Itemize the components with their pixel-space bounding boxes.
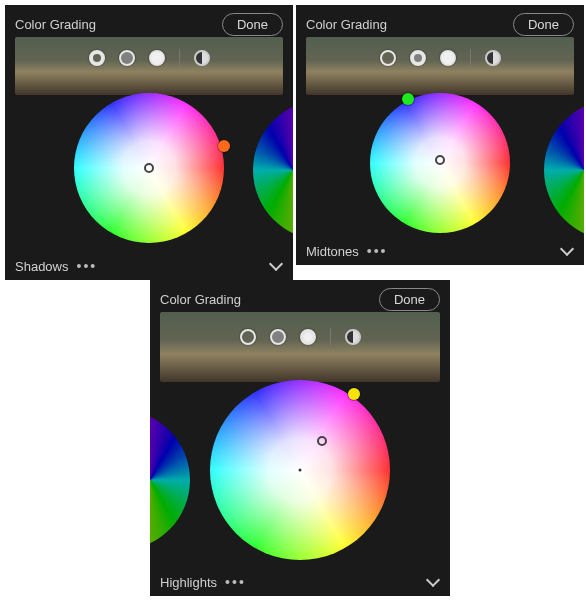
tone-midtones-icon[interactable]: [119, 50, 135, 66]
tone-midtones-icon[interactable]: [410, 50, 426, 66]
tone-global-icon[interactable]: [345, 329, 361, 345]
more-icon[interactable]: •••: [225, 574, 246, 590]
tone-shadows-icon[interactable]: [380, 50, 396, 66]
panel-footer: Midtones •••: [296, 243, 584, 259]
done-button[interactable]: Done: [222, 13, 283, 36]
panel-footer: Highlights •••: [150, 574, 450, 590]
tone-separator: [179, 49, 180, 67]
panel-highlights: Color Grading Done Highlights •••: [150, 280, 450, 596]
hue-handle[interactable]: [218, 140, 230, 152]
tone-selector-row: [150, 328, 450, 346]
panel-header: Color Grading Done: [5, 5, 293, 40]
adjacent-wheel-preview: [253, 100, 293, 240]
tone-global-icon[interactable]: [194, 50, 210, 66]
tone-label: Shadows: [15, 259, 68, 274]
color-wheel[interactable]: [74, 93, 224, 243]
tone-highlights-icon[interactable]: [149, 50, 165, 66]
tone-label: Highlights: [160, 575, 217, 590]
hue-handle[interactable]: [402, 93, 414, 105]
tone-separator: [470, 49, 471, 67]
tone-shadows-icon[interactable]: [240, 329, 256, 345]
sat-lum-handle[interactable]: [144, 163, 154, 173]
more-icon[interactable]: •••: [367, 243, 388, 259]
center-dot: [299, 469, 302, 472]
preview-thumbnail: [160, 312, 440, 382]
tone-midtones-icon[interactable]: [270, 329, 286, 345]
panel-header: Color Grading Done: [296, 5, 584, 40]
panel-title: Color Grading: [15, 17, 96, 32]
chevron-down-icon[interactable]: [560, 244, 574, 258]
sat-lum-handle[interactable]: [435, 155, 445, 165]
adjacent-wheel-preview: [150, 410, 190, 550]
sat-lum-handle[interactable]: [317, 436, 327, 446]
tone-selector-row: [5, 49, 293, 67]
hue-handle[interactable]: [348, 388, 360, 400]
tone-highlights-icon[interactable]: [300, 329, 316, 345]
panel-title: Color Grading: [160, 292, 241, 307]
done-button[interactable]: Done: [379, 288, 440, 311]
color-wheel[interactable]: [370, 93, 510, 233]
more-icon[interactable]: •••: [76, 258, 97, 274]
tone-separator: [330, 328, 331, 346]
tone-global-icon[interactable]: [485, 50, 501, 66]
color-wheel-container: [210, 380, 390, 560]
panel-footer: Shadows •••: [5, 258, 293, 274]
tone-label: Midtones: [306, 244, 359, 259]
chevron-down-icon[interactable]: [426, 575, 440, 589]
color-wheel[interactable]: [210, 380, 390, 560]
tone-highlights-icon[interactable]: [440, 50, 456, 66]
panel-header: Color Grading Done: [150, 280, 450, 315]
panel-midtones: Color Grading Done Midtones •••: [296, 5, 584, 265]
panel-title: Color Grading: [306, 17, 387, 32]
adjacent-wheel-preview: [544, 100, 584, 240]
done-button[interactable]: Done: [513, 13, 574, 36]
panel-shadows: Color Grading Done Shadows •••: [5, 5, 293, 280]
tone-shadows-icon[interactable]: [89, 50, 105, 66]
color-wheel-container: [370, 93, 510, 233]
chevron-down-icon[interactable]: [269, 259, 283, 273]
color-wheel-container: [74, 93, 224, 243]
tone-selector-row: [296, 49, 584, 67]
